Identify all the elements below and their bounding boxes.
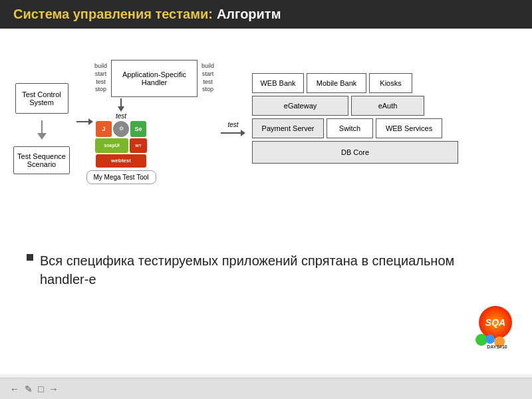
webbank-box: WEB Bank xyxy=(252,73,304,93)
test-control-box: Test Control System xyxy=(15,83,68,114)
test-sequence-box: Test Sequence Scenario xyxy=(13,146,70,174)
nav-square[interactable]: □ xyxy=(38,384,43,394)
sqa-logo: SQA DAYS#10 xyxy=(475,306,522,349)
arch-row-2: eGateway eAuth xyxy=(252,96,458,116)
build-label-1: buildstartteststop xyxy=(94,63,107,94)
arch-section: WEB Bank Mobile Bank Kiosks eGateway eAu… xyxy=(252,73,458,164)
mobilebank-box: Mobile Bank xyxy=(307,73,366,93)
tool-icons-section: J ⚙ Se soapUI xyxy=(86,121,156,184)
selenium-icon: Se xyxy=(130,121,146,137)
main-content: Test Control System Test Sequence Scenar… xyxy=(0,29,532,374)
middle-section: buildstartteststop Application-Specific … xyxy=(94,60,214,184)
jira-icon: J xyxy=(96,121,112,137)
soapui-icon: soapUI xyxy=(95,138,128,153)
arch-row-3: Payment Server Switch WEB Services xyxy=(252,118,458,138)
tool-icon-2: ⚙ xyxy=(113,121,129,137)
build-label-2: buildstartteststop xyxy=(201,63,214,94)
nav-forward[interactable]: → xyxy=(49,384,58,394)
webtest-full-icon: webtest xyxy=(96,154,146,168)
payment-server-box: Payment Server xyxy=(252,118,324,138)
header: Система управления тестами: Алгоритм xyxy=(0,0,532,29)
egateway-box: eGateway xyxy=(252,96,348,116)
webservices-box: WEB Services xyxy=(376,118,442,138)
eauth-box: eAuth xyxy=(351,96,424,116)
webtest-icon: WT xyxy=(130,138,147,153)
switch-box: Switch xyxy=(327,118,373,138)
footer: ← ✎ □ → xyxy=(0,378,532,399)
nav-edit[interactable]: ✎ xyxy=(25,384,33,394)
arch-row-4: DB Core xyxy=(252,141,458,164)
arch-row-1: WEB Bank Mobile Bank Kiosks xyxy=(252,73,458,93)
diagram: Test Control System Test Sequence Scenar… xyxy=(13,45,519,231)
middle-to-arch-arrow: test xyxy=(221,121,245,136)
up-arrow xyxy=(37,120,47,140)
header-title-normal: Алгоритм xyxy=(217,7,281,22)
handler-box: Application-Specific Handler xyxy=(111,60,198,97)
bullet-square xyxy=(27,254,33,261)
left-section: Test Control System Test Sequence Scenar… xyxy=(13,83,70,174)
footer-nav[interactable]: ← ✎ □ → xyxy=(10,384,58,394)
mega-tool-box: My Mega Test Tool xyxy=(86,170,156,184)
bullet-text: Вся специфика тестируемых приложений спр… xyxy=(40,251,505,289)
bottom-text: Вся специфика тестируемых приложений спр… xyxy=(13,245,519,295)
dbcore-box: DB Core xyxy=(252,141,458,164)
bullet-item: Вся специфика тестируемых приложений спр… xyxy=(27,251,505,289)
kiosks-box: Kiosks xyxy=(369,73,412,93)
header-title-bold: Система управления тестами: xyxy=(13,7,213,22)
nav-back[interactable]: ← xyxy=(10,384,19,394)
